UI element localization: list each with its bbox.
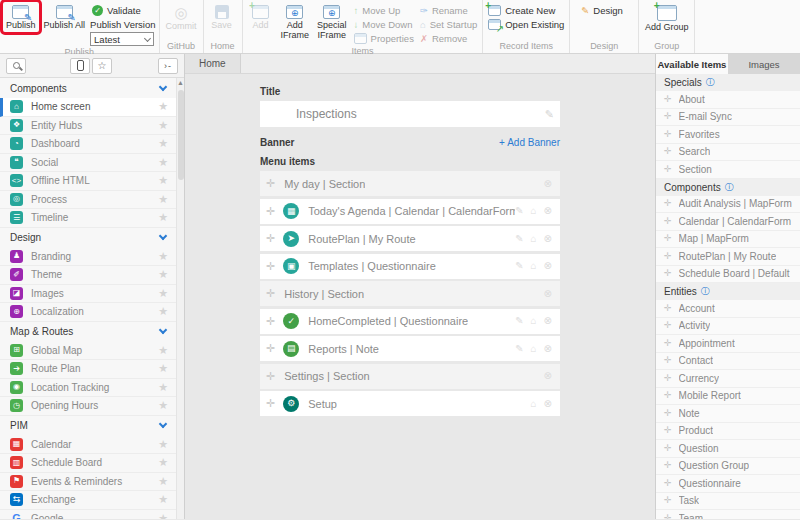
menu-item-row[interactable]: ✛ ▤ Reports | Note ✎ ⌂ ⊗ bbox=[260, 336, 560, 361]
remove-item-icon[interactable]: ⊗ bbox=[544, 234, 552, 244]
favorite-star-icon[interactable]: ★ bbox=[158, 193, 168, 206]
available-item-row[interactable]: ✛ Question Group bbox=[656, 458, 800, 476]
sidebar-item[interactable]: ⌂ Home screen ★ bbox=[0, 98, 176, 117]
favorite-star-icon[interactable]: ★ bbox=[158, 100, 168, 113]
tab-home[interactable]: Home bbox=[185, 54, 241, 73]
available-item-row[interactable]: ✛ Account bbox=[656, 300, 800, 318]
favorite-star-icon[interactable]: ★ bbox=[158, 287, 168, 300]
remove-item-icon[interactable]: ⊗ bbox=[544, 316, 552, 326]
home-icon[interactable]: ⌂ bbox=[531, 206, 537, 216]
create-new-button[interactable]: + Create New bbox=[486, 4, 566, 17]
available-item-row[interactable]: ✛ Appointment bbox=[656, 335, 800, 353]
available-item-row[interactable]: ✛ Currency bbox=[656, 370, 800, 388]
sidebar-item[interactable]: ▦ Calendar ★ bbox=[0, 436, 176, 455]
move-down-button[interactable]: ↓ Move Down bbox=[352, 18, 416, 31]
remove-item-icon[interactable]: ⊗ bbox=[544, 261, 552, 271]
available-item-row[interactable]: ✛ Favorites bbox=[656, 126, 800, 144]
sidebar-item[interactable]: ❝ Social ★ bbox=[0, 154, 176, 173]
info-icon[interactable]: ⓘ bbox=[701, 285, 710, 298]
title-input[interactable]: Inspections ✎ bbox=[260, 101, 560, 127]
menu-item-row[interactable]: ✛ ▣ Templates | Questionnaire ✎ ⌂ ⊗ bbox=[260, 254, 560, 279]
available-item-row[interactable]: ✛ Map | MapForm bbox=[656, 231, 800, 249]
available-item-row[interactable]: ✛ RoutePlan | My Route bbox=[656, 248, 800, 266]
drag-handle-icon[interactable]: ✛ bbox=[266, 178, 275, 189]
menu-item-row[interactable]: ✛ My day | Section ✎ ⌂ ⊗ bbox=[260, 171, 560, 196]
scroll-up-icon[interactable]: ▲ bbox=[177, 78, 184, 88]
favorite-star-icon[interactable]: ★ bbox=[158, 250, 168, 263]
add-iframe-button[interactable]: ⊕ Add IFrame bbox=[278, 2, 313, 42]
properties-button[interactable]: Properties bbox=[352, 32, 416, 45]
special-iframe-button[interactable]: ⊕ Special IFrame bbox=[314, 2, 350, 42]
collapse-sidebar-button[interactable]: ›- bbox=[158, 58, 178, 74]
drag-handle-icon[interactable]: ✛ bbox=[266, 261, 275, 272]
home-icon[interactable]: ⌂ bbox=[531, 399, 537, 409]
design-button[interactable]: ✎ Design bbox=[579, 4, 625, 17]
menu-item-row[interactable]: ✛ ▦ Today's Agenda | Calendar | Calendar… bbox=[260, 199, 560, 224]
menu-item-row[interactable]: ✛ ✓ HomeCompleted | Questionnaire ✎ ⌂ ⊗ bbox=[260, 309, 560, 334]
favorite-star-icon[interactable]: ★ bbox=[158, 493, 168, 506]
publish-all-button[interactable]: ✎ Publish All bbox=[41, 2, 89, 32]
sidebar-item[interactable]: ◪ Images ★ bbox=[0, 285, 176, 304]
drag-handle-icon[interactable]: ✛ bbox=[266, 288, 275, 299]
favorite-star-icon[interactable]: ★ bbox=[158, 475, 168, 488]
favorite-star-icon[interactable]: ★ bbox=[158, 268, 168, 281]
available-item-row[interactable]: ✛ Contact bbox=[656, 353, 800, 371]
publish-version-select[interactable]: Latest bbox=[90, 32, 154, 46]
commit-button[interactable]: ◎ Commit bbox=[163, 2, 200, 33]
favorite-star-icon[interactable]: ★ bbox=[158, 438, 168, 451]
available-item-row[interactable]: ✛ Mobile Report bbox=[656, 388, 800, 406]
mobile-preview-button[interactable] bbox=[70, 58, 90, 74]
available-item-row[interactable]: ✛ Activity bbox=[656, 318, 800, 336]
sidebar-item[interactable]: ◔ Dashboard ★ bbox=[0, 135, 176, 154]
favorite-star-icon[interactable]: ★ bbox=[158, 456, 168, 469]
favorite-star-icon[interactable]: ★ bbox=[158, 381, 168, 394]
menu-item-row[interactable]: ✛ ⚙ Setup ✎ ⌂ ⊗ bbox=[260, 391, 560, 416]
sidebar-item[interactable]: ✐ Theme ★ bbox=[0, 266, 176, 285]
remove-item-icon[interactable]: ⊗ bbox=[544, 206, 552, 216]
add-button[interactable]: + Add bbox=[246, 2, 276, 32]
sidebar-item[interactable]: ⚑ Events & Reminders ★ bbox=[0, 473, 176, 492]
favorite-star-icon[interactable]: ★ bbox=[158, 156, 168, 169]
drag-handle-icon[interactable]: ✛ bbox=[266, 398, 275, 409]
info-icon[interactable]: ⓘ bbox=[725, 181, 734, 194]
open-existing-button[interactable]: ↗ Open Existing bbox=[486, 18, 566, 31]
remove-item-icon[interactable]: ⊗ bbox=[544, 289, 552, 299]
home-icon[interactable]: ⌂ bbox=[531, 316, 537, 326]
sidebar-section-map-routes[interactable]: Map & Routes bbox=[0, 322, 176, 342]
available-item-row[interactable]: ✛ Questionnaire bbox=[656, 475, 800, 493]
sidebar-item[interactable]: ▥ Schedule Board ★ bbox=[0, 454, 176, 473]
edit-icon[interactable]: ✎ bbox=[515, 316, 523, 326]
available-item-row[interactable]: ✛ Note bbox=[656, 405, 800, 423]
sidebar-item[interactable]: ➔ Route Plan ★ bbox=[0, 360, 176, 379]
available-item-row[interactable]: ✛ Team bbox=[656, 510, 800, 519]
set-startup-button[interactable]: ⌂ Set Startup bbox=[418, 18, 479, 31]
home-icon[interactable]: ⌂ bbox=[531, 344, 537, 354]
remove-item-icon[interactable]: ⊗ bbox=[544, 371, 552, 381]
favorite-star-icon[interactable]: ★ bbox=[158, 362, 168, 375]
localize-title-icon[interactable]: ✎ bbox=[545, 108, 554, 121]
sidebar-item[interactable]: G Google ★ bbox=[0, 510, 176, 520]
remove-item-icon[interactable]: ⊗ bbox=[544, 399, 552, 409]
sidebar-item[interactable]: ◉ Location Tracking ★ bbox=[0, 379, 176, 398]
remove-button[interactable]: ✗ Remove bbox=[418, 32, 479, 45]
drag-handle-icon[interactable]: ✛ bbox=[266, 233, 275, 244]
home-icon[interactable]: ⌂ bbox=[531, 234, 537, 244]
sidebar-item[interactable]: <> Offline HTML ★ bbox=[0, 172, 176, 191]
add-banner-link[interactable]: + Add Banner bbox=[499, 137, 560, 148]
rename-button[interactable]: ✑ Rename bbox=[418, 4, 479, 17]
available-item-row[interactable]: ✛ Search bbox=[656, 144, 800, 162]
drag-handle-icon[interactable]: ✛ bbox=[266, 371, 275, 382]
available-item-row[interactable]: ✛ Schedule Board | Default bbox=[656, 266, 800, 284]
publish-button[interactable]: ✎ Publish bbox=[3, 2, 39, 32]
info-icon[interactable]: ⓘ bbox=[706, 76, 715, 89]
sidebar-item[interactable]: ☰ Timeline ★ bbox=[0, 209, 176, 228]
sidebar-item[interactable]: ❖ Entity Hubs ★ bbox=[0, 117, 176, 136]
favorite-star-icon[interactable]: ★ bbox=[158, 174, 168, 187]
sidebar-scrollbar[interactable]: ▲ bbox=[176, 78, 184, 519]
favorite-star-icon[interactable]: ★ bbox=[158, 399, 168, 412]
sidebar-section-design[interactable]: Design bbox=[0, 228, 176, 248]
favorite-star-icon[interactable]: ★ bbox=[158, 305, 168, 318]
drag-handle-icon[interactable]: ✛ bbox=[266, 316, 275, 327]
available-item-row[interactable]: ✛ Section bbox=[656, 161, 800, 179]
save-button[interactable]: Save bbox=[207, 2, 237, 32]
